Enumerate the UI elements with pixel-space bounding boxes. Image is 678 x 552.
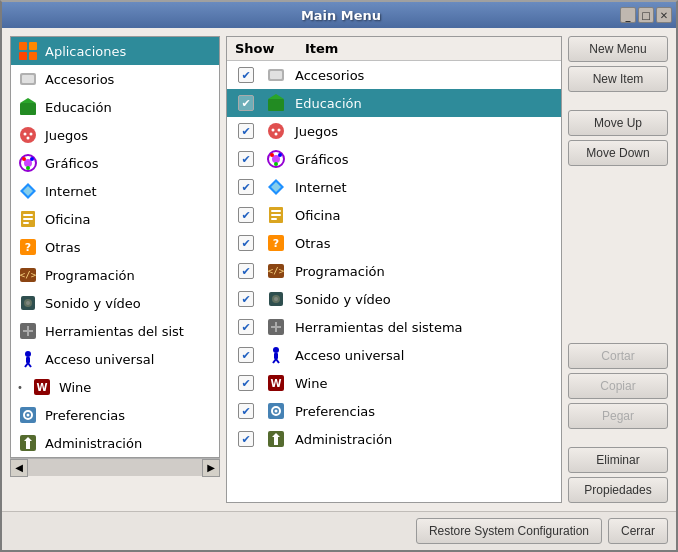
left-item-sonido[interactable]: Sonido y vídeo (11, 289, 219, 317)
scroll-track[interactable] (28, 459, 202, 476)
oficina-icon (17, 208, 39, 230)
new-item-button[interactable]: New Item (568, 66, 668, 92)
svg-point-33 (25, 351, 31, 357)
check-educacion[interactable]: ✔ (235, 92, 257, 114)
otras-icon: ? (17, 236, 39, 258)
acceso-icon (17, 348, 39, 370)
left-item-herramientas[interactable]: Herramientas del sist (11, 317, 219, 345)
properties-button[interactable]: Propiedades (568, 477, 668, 503)
left-item-preferencias[interactable]: Preferencias (11, 401, 219, 429)
list-row-administracion[interactable]: ✔ Administración (227, 425, 561, 453)
left-item-graficos[interactable]: Gráficos (11, 149, 219, 177)
left-item-acceso[interactable]: Acceso universal (11, 345, 219, 373)
label-acceso: Acceso universal (295, 348, 553, 363)
check-accesorios[interactable]: ✔ (235, 64, 257, 86)
minimize-button[interactable]: _ (620, 7, 636, 23)
svg-rect-2 (19, 52, 27, 60)
svg-rect-20 (23, 214, 33, 216)
label-internet: Internet (295, 180, 553, 195)
left-item-programacion[interactable]: </> Programación (11, 261, 219, 289)
left-item-accesorios[interactable]: Accesorios (11, 65, 219, 93)
titlebar-buttons: _ □ ✕ (620, 7, 672, 23)
left-item-internet[interactable]: Internet (11, 177, 219, 205)
check-preferencias[interactable]: ✔ (235, 400, 257, 422)
list-row-preferencias[interactable]: ✔ Preferencias (227, 397, 561, 425)
svg-text:W: W (36, 382, 47, 393)
svg-rect-74 (274, 353, 278, 359)
check-oficina[interactable]: ✔ (235, 204, 257, 226)
icon-acceso (265, 344, 287, 366)
list-row-wine[interactable]: ✔ W Wine (227, 369, 561, 397)
left-item-label-acceso: Acceso universal (45, 352, 154, 367)
column-item: Item (305, 41, 553, 56)
close-button-footer[interactable]: Cerrar (608, 518, 668, 544)
copy-button[interactable]: Copiar (568, 373, 668, 399)
label-accesorios: Accesorios (295, 68, 553, 83)
list-row-oficina[interactable]: ✔ Oficina (227, 201, 561, 229)
svg-rect-45 (270, 71, 282, 79)
left-header-item[interactable]: Aplicaciones (11, 37, 219, 65)
move-up-button[interactable]: Move Up (568, 110, 668, 136)
list-row-sonido[interactable]: ✔ Sonido y vídeo (227, 285, 561, 313)
check-programacion[interactable]: ✔ (235, 260, 257, 282)
left-item-label-graficos: Gráficos (45, 156, 98, 171)
left-item-wine[interactable]: • W Wine (11, 373, 219, 401)
svg-point-73 (273, 347, 279, 353)
svg-point-81 (275, 410, 278, 413)
svg-point-10 (30, 133, 33, 136)
list-row-programacion[interactable]: ✔ </> Programación (227, 257, 561, 285)
svg-rect-22 (23, 222, 29, 224)
svg-point-56 (274, 162, 278, 166)
icon-administracion (265, 428, 287, 450)
maximize-button[interactable]: □ (638, 7, 654, 23)
check-juegos[interactable]: ✔ (235, 120, 257, 142)
left-item-administracion[interactable]: Administración (11, 429, 219, 457)
check-graficos[interactable]: ✔ (235, 148, 257, 170)
list-row-internet[interactable]: ✔ Internet (227, 173, 561, 201)
checkbox-sonido: ✔ (238, 291, 254, 307)
label-herramientas: Herramientas del sistema (295, 320, 553, 335)
herramientas-icon (17, 320, 39, 342)
graficos-icon (17, 152, 39, 174)
check-otras[interactable]: ✔ (235, 232, 257, 254)
left-item-juegos[interactable]: Juegos (11, 121, 219, 149)
delete-button[interactable]: Eliminar (568, 447, 668, 473)
check-administracion[interactable]: ✔ (235, 428, 257, 450)
svg-text:</>: </> (268, 266, 285, 276)
left-item-label-wine: Wine (59, 380, 91, 395)
list-row-juegos[interactable]: ✔ Juegos (227, 117, 561, 145)
close-button[interactable]: ✕ (656, 7, 672, 23)
list-row-graficos[interactable]: ✔ Gráficos (227, 145, 561, 173)
svg-point-11 (27, 137, 30, 140)
list-row-herramientas[interactable]: ✔ Herramientas del sistema (227, 313, 561, 341)
left-item-educacion[interactable]: Educación (11, 93, 219, 121)
left-item-otras[interactable]: ? Otras (11, 233, 219, 261)
scroll-right-btn[interactable]: ▶ (202, 459, 220, 477)
cut-button[interactable]: Cortar (568, 343, 668, 369)
list-row-accesorios[interactable]: ✔ Accesorios (227, 61, 561, 89)
left-header-label: Aplicaciones (45, 44, 126, 59)
programacion-icon: </> (17, 264, 39, 286)
check-internet[interactable]: ✔ (235, 176, 257, 198)
icon-graficos (265, 148, 287, 170)
move-down-button[interactable]: Move Down (568, 140, 668, 166)
svg-point-48 (268, 123, 284, 139)
list-row-otras[interactable]: ✔ ? Otras (227, 229, 561, 257)
left-item-oficina[interactable]: Oficina (11, 205, 219, 233)
wine-icon: W (31, 376, 53, 398)
label-otras: Otras (295, 236, 553, 251)
svg-point-54 (270, 153, 274, 157)
new-menu-button[interactable]: New Menu (568, 36, 668, 62)
check-wine[interactable]: ✔ (235, 372, 257, 394)
check-acceso[interactable]: ✔ (235, 344, 257, 366)
list-row-educacion[interactable]: ✔ Educación (227, 89, 561, 117)
scroll-left-btn[interactable]: ◀ (10, 459, 28, 477)
restore-button[interactable]: Restore System Configuration (416, 518, 602, 544)
list-row-acceso[interactable]: ✔ Acceso universal (227, 341, 561, 369)
paste-button[interactable]: Pegar (568, 403, 668, 429)
check-herramientas[interactable]: ✔ (235, 316, 257, 338)
svg-rect-6 (20, 103, 36, 115)
checkbox-otras: ✔ (238, 235, 254, 251)
left-item-label-administracion: Administración (45, 436, 142, 451)
check-sonido[interactable]: ✔ (235, 288, 257, 310)
